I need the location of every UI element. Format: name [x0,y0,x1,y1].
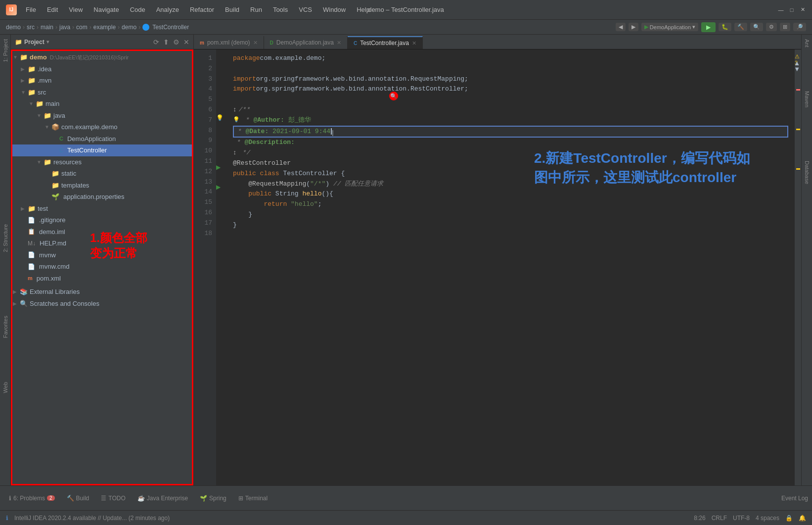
notifications-icon[interactable]: 🔔 [799,515,806,522]
settings-button[interactable]: ⚙ [766,23,777,31]
menu-run[interactable]: Run [245,4,267,15]
breadcrumb-src[interactable]: src [27,24,35,31]
tree-label-help: HELP.md [40,239,66,248]
breadcrumb-main[interactable]: main [41,24,53,31]
tab-favorites[interactable]: Favorites [1,314,9,340]
error-nav-down[interactable]: ▼ [794,65,800,73]
tree-item-mvnwcmd[interactable]: ▶ 📄 mvnw.cmd [11,261,193,273]
tree-item-templates[interactable]: ▶ 📁 templates [11,180,193,191]
breadcrumb-java[interactable]: java [59,24,70,31]
breadcrumb-example[interactable]: example [93,24,116,31]
tree-item-java[interactable]: ▼ 📁 java [11,110,193,122]
breadcrumb-com[interactable]: com [76,24,88,31]
annotation-2: 2.新建TestController，编写代码如图中所示，这里测试此contro… [534,148,771,187]
breadcrumb-demo2[interactable]: demo [122,24,136,31]
tab-ant[interactable]: Ant [803,37,811,49]
tree-item-testcontroller[interactable]: ▶ C TestController [11,144,193,156]
line-ending-indicator[interactable]: CRLF [712,515,727,522]
menu-window[interactable]: Window [318,4,351,15]
tab-pom[interactable]: m pom.xml (demo) ✕ [194,36,264,49]
tree-item-help[interactable]: ▶ M↓ HELP.md [11,238,193,249]
tab-problems[interactable]: ℹ 6: Problems 2 [4,493,60,504]
minimize-button[interactable]: — [777,6,784,13]
build-button[interactable]: 🔨 [734,23,747,31]
maximize-button[interactable]: □ [788,6,795,13]
event-log-label[interactable]: Event Log [781,495,808,502]
run-gutter-icon[interactable]: ▶ [216,164,221,171]
spring-icon: 🌱 [200,495,207,502]
close-button[interactable]: ✕ [799,6,806,13]
menu-code[interactable]: Code [125,4,150,15]
menu-view[interactable]: View [64,4,88,15]
code-content[interactable]: package com.example.demo; import org.spr… [227,49,794,485]
tab-web[interactable]: Web [1,380,9,395]
tree-item-scratches[interactable]: ▶ 🔍 Scratches and Consoles [11,298,193,310]
tab-maven[interactable]: Maven [803,89,811,109]
tree-item-gitignore[interactable]: ▶ 📄 .gitignore [11,214,193,226]
tree-item-mvnw[interactable]: ▶ 📄 mvnw [11,249,193,261]
run-gutter-icon-3[interactable]: ▶ [216,184,221,191]
tree-item-test[interactable]: ▶ 📁 test [11,203,193,215]
tab-spring[interactable]: 🌱 Spring [195,493,231,504]
tree-item-idea[interactable]: ▶ 📁 .idea [11,63,193,75]
tree-item-demoapp[interactable]: ▶ C DemoApplication [11,133,193,145]
menu-refactor[interactable]: Refactor [185,4,219,15]
breadcrumb-demo[interactable]: demo [6,24,21,31]
run-config-selector[interactable]: ▶ DemoApplication ▾ [641,23,698,31]
tree-item-root[interactable]: ▼ 📁 demo D:\JavaEE\笔记(20210316)\Sprir [11,51,193,63]
lightbulb-icon[interactable]: 💡 [216,114,224,121]
menu-navigate[interactable]: Navigate [89,4,124,15]
find-button[interactable]: 🔎 [793,23,806,31]
tab-close-pom[interactable]: ✕ [253,40,258,46]
menu-edit[interactable]: Edit [42,4,63,15]
tree-item-pomxml[interactable]: ▶ m pom.xml [11,273,193,285]
tab-close-testctrl[interactable]: ✕ [412,40,416,47]
tree-item-com-example-demo[interactable]: ▼ 📦 com.example.demo [11,121,193,133]
folder-icon-com: 📦 [51,122,59,132]
run-button[interactable]: ▶ [701,22,716,32]
menu-vcs[interactable]: VCS [294,4,317,15]
line-col-indicator[interactable]: 8:26 [694,515,705,522]
tab-label-demoapp: DemoApplication.java [276,39,334,46]
layout-button[interactable]: ⊞ [780,23,790,31]
settings-gear-button[interactable]: ⚙ [173,38,180,46]
tree-item-main[interactable]: ▼ 📁 main [11,98,193,110]
search-everywhere-button[interactable]: 🔍 [750,23,763,31]
encoding-indicator[interactable]: UTF-8 [733,515,750,522]
sync-files-button[interactable]: ⟳ [153,38,159,46]
title-bar-left: IJ File Edit View Navigate Code Analyze … [6,4,375,15]
menu-build[interactable]: Build [220,4,244,15]
menu-analyze[interactable]: Analyze [151,4,184,15]
tree-label-idea: .idea [38,64,51,74]
tab-database[interactable]: Database [803,159,811,186]
menu-tools[interactable]: Tools [268,4,293,15]
tab-java-enterprise[interactable]: ☕ Java Enterprise [133,493,193,504]
tab-terminal[interactable]: ⊞ Terminal [233,493,272,504]
tab-todo[interactable]: ☰ TODO [96,493,130,504]
debug-button[interactable]: 🐛 [719,23,731,31]
tab-problems-label: 6: Problems [13,495,45,502]
close-panel-button[interactable]: ✕ [183,38,189,46]
indent-indicator[interactable]: 4 spaces [756,515,779,522]
tree-item-mvn[interactable]: ▶ 📁 .mvn [11,75,193,87]
back-button[interactable]: ◀ [616,23,626,31]
status-update-text[interactable]: IntelliJ IDEA 2020.2.4 available // Upda… [14,515,170,522]
tree-item-demoiML[interactable]: ▶ 📋 demo.iml [11,226,193,238]
tab-demoapp[interactable]: D DemoApplication.java ✕ [264,36,348,49]
tree-item-extlibs[interactable]: ▶ 📚 External Libraries [11,286,193,298]
menu-file[interactable]: File [21,4,41,15]
tab-project[interactable]: 1: Project [1,37,9,64]
tree-item-resources[interactable]: ▼ 📁 resources [11,156,193,168]
tree-item-src[interactable]: ▼ 📁 src [11,87,193,98]
breadcrumb-testcontroller[interactable]: TestController [152,24,189,31]
dropdown-arrow[interactable]: ▾ [46,39,49,45]
collapse-all-button[interactable]: ⬆ [163,38,169,46]
tab-close-demoapp[interactable]: ✕ [337,40,341,46]
tab-structure[interactable]: 2: Structure [1,222,9,254]
gitignore-icon: 📄 [28,216,35,225]
forward-button[interactable]: ▶ [629,23,638,31]
tab-build[interactable]: 🔨 Build [62,493,94,504]
tab-testcontroller[interactable]: C TestController.java ✕ [348,36,423,49]
tree-item-appprops[interactable]: ▶ 🌱 application.properties [11,191,193,203]
tree-item-static[interactable]: ▶ 📁 static [11,168,193,180]
